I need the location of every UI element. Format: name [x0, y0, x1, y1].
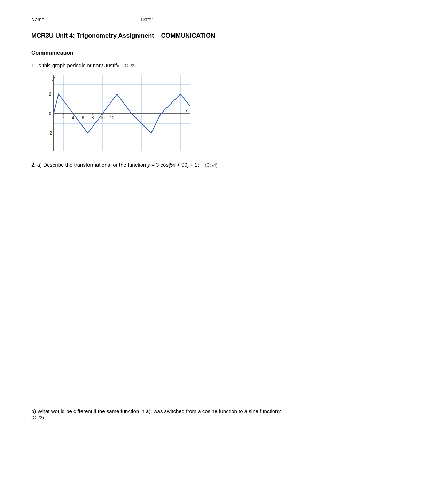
date-input-line — [155, 22, 221, 22]
graph-container: 2 4 6 8 10 12 x 2 -2 y 0 — [44, 75, 190, 151]
svg-text:8: 8 — [92, 115, 94, 120]
question-2a: 2. a) Describe the transformations for t… — [31, 162, 397, 276]
svg-text:0: 0 — [49, 111, 52, 116]
question-2b: b) What would be different if the same f… — [31, 408, 397, 493]
periodic-graph: 2 4 6 8 10 12 x 2 -2 y 0 — [44, 75, 190, 151]
date-label: Date: — [141, 17, 153, 22]
question-1: 1. Is this graph periodic or not? Justif… — [31, 62, 397, 151]
svg-text:-2: -2 — [48, 131, 52, 136]
svg-rect-1 — [54, 75, 190, 151]
q2a-text: 2. a) Describe the transformations for t… — [31, 162, 397, 168]
svg-text:4: 4 — [72, 115, 75, 120]
svg-text:2: 2 — [49, 92, 52, 97]
name-label: Name: — [31, 17, 46, 22]
q2b-answer-space — [31, 423, 397, 493]
svg-text:6: 6 — [82, 115, 84, 120]
q2b-text: b) What would be different if the same f… — [31, 408, 397, 420]
svg-text:x: x — [185, 108, 188, 113]
name-date-row: Name: Date: — [31, 17, 397, 22]
q2a-answer-space — [31, 171, 397, 276]
q1-text: 1. Is this graph periodic or not? Justif… — [31, 62, 397, 68]
svg-text:12: 12 — [110, 115, 115, 120]
section-heading: Communication — [31, 50, 397, 56]
name-input-line — [48, 22, 131, 22]
svg-text:2: 2 — [62, 115, 65, 120]
page-title: MCR3U Unit 4: Trigonometry Assignment – … — [31, 32, 397, 39]
